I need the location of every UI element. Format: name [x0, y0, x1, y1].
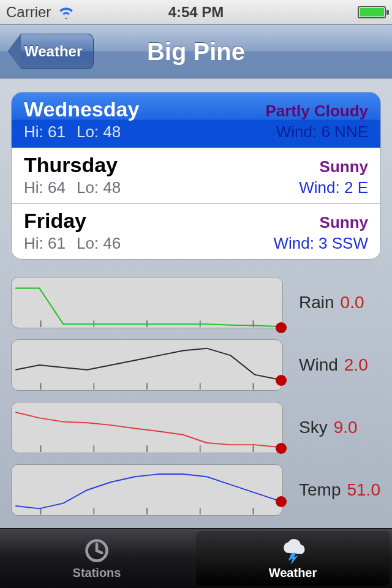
- charts-area: Rain0.0 Wind2.0 Sky9.0: [11, 277, 381, 516]
- clock-icon: [80, 537, 114, 565]
- back-arrow-icon: [7, 34, 21, 69]
- content-area: Wednesday Partly Cloudy Hi: 61Lo: 48 Win…: [0, 78, 392, 528]
- chart-plot: [11, 277, 283, 328]
- tab-weather[interactable]: Weather: [196, 531, 390, 586]
- chart-wind[interactable]: Wind2.0: [11, 339, 381, 391]
- tab-stations[interactable]: Stations: [0, 529, 194, 588]
- day-wind: Wind: 3 SSW: [273, 234, 368, 253]
- day-hilo: Hi: 64Lo: 48: [24, 178, 121, 197]
- current-dot-icon: [276, 443, 287, 454]
- back-button[interactable]: Weather: [7, 34, 94, 69]
- navigation-bar: Weather Big Pine: [0, 24, 392, 78]
- sparkline: [12, 277, 282, 328]
- sparkline: [12, 465, 282, 515]
- day-hilo: Hi: 61Lo: 46: [24, 234, 121, 253]
- tab-label: Weather: [269, 566, 317, 580]
- forecast-row[interactable]: Friday Sunny Hi: 61Lo: 46 Wind: 3 SSW: [12, 204, 380, 259]
- day-name: Wednesday: [24, 97, 139, 121]
- chart-label: Temp51.0: [283, 464, 381, 516]
- day-hilo: Hi: 61Lo: 48: [24, 123, 121, 141]
- current-dot-icon: [276, 375, 287, 386]
- chart-rain[interactable]: Rain0.0: [11, 277, 381, 328]
- wifi-icon: [57, 6, 75, 19]
- day-name: Thursday: [24, 153, 118, 177]
- day-wind: Wind: 6 NNE: [276, 123, 368, 141]
- day-condition: Sunny: [320, 157, 368, 176]
- day-condition: Partly Cloudy: [265, 102, 368, 121]
- chart-label: Wind2.0: [283, 339, 381, 391]
- carrier-label: Carrier: [6, 4, 51, 21]
- day-name: Friday: [24, 209, 86, 233]
- back-button-label: Weather: [21, 34, 94, 69]
- day-condition: Sunny: [320, 213, 368, 232]
- tab-bar: Stations Weather: [0, 528, 392, 588]
- chart-plot: [11, 402, 283, 453]
- storm-cloud-icon: [276, 537, 310, 565]
- tab-label: Stations: [73, 566, 121, 580]
- forecast-row[interactable]: Wednesday Partly Cloudy Hi: 61Lo: 48 Win…: [12, 92, 380, 148]
- chart-sky[interactable]: Sky9.0: [11, 402, 381, 453]
- current-dot-icon: [276, 322, 287, 333]
- sparkline: [12, 402, 282, 453]
- svg-line-22: [97, 551, 102, 553]
- battery-icon: [358, 6, 386, 18]
- forecast-row[interactable]: Thursday Sunny Hi: 64Lo: 48 Wind: 2 E: [12, 148, 380, 204]
- chart-plot: [11, 339, 283, 391]
- day-wind: Wind: 2 E: [299, 178, 368, 197]
- chart-plot: [11, 464, 283, 516]
- page-title: Big Pine: [147, 38, 245, 66]
- chart-label: Sky9.0: [283, 402, 381, 453]
- current-dot-icon: [276, 496, 287, 507]
- svg-marker-23: [288, 553, 299, 564]
- forecast-list: Wednesday Partly Cloudy Hi: 61Lo: 48 Win…: [11, 92, 381, 260]
- chart-label: Rain0.0: [283, 277, 381, 328]
- sparkline: [12, 340, 282, 390]
- status-bar: Carrier 4:54 PM: [0, 0, 392, 24]
- chart-temp[interactable]: Temp51.0: [11, 464, 381, 516]
